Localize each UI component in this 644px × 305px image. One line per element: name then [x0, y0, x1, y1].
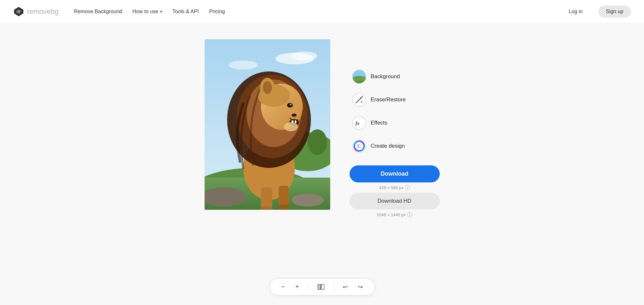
effects-label: Effects	[371, 120, 388, 126]
redo-button[interactable]: ↪	[355, 282, 365, 292]
background-tool-icon	[352, 69, 366, 84]
lion-illustration	[205, 39, 330, 210]
image-area	[205, 39, 330, 210]
logo-icon	[13, 6, 24, 17]
svg-point-26	[284, 122, 298, 131]
svg-point-28	[263, 81, 272, 94]
svg-point-6	[229, 60, 258, 69]
download-hd-button[interactable]: Download HD	[350, 193, 440, 209]
svg-rect-49	[321, 284, 324, 290]
login-button[interactable]: Log in	[563, 6, 588, 17]
background-label: Background	[371, 73, 400, 80]
svg-rect-48	[318, 284, 321, 290]
svg-point-5	[292, 51, 317, 60]
sidebar: Background Erase/Restore	[350, 39, 440, 217]
download-area: Download 426 × 586 px i Download HD 1048…	[350, 165, 440, 217]
logo[interactable]: removebg	[13, 6, 59, 17]
svg-point-20	[290, 104, 292, 106]
tool-erase-restore[interactable]: Erase/Restore	[350, 88, 440, 111]
nav-remove-background[interactable]: Remove Background	[74, 9, 122, 14]
svg-rect-29	[261, 187, 272, 210]
svg-rect-25	[295, 120, 296, 123]
bottom-toolbar: − + ↩ ↪	[269, 278, 375, 295]
nav-pricing[interactable]: Pricing	[209, 9, 225, 14]
svg-point-12	[308, 129, 327, 155]
create-design-label: Create design	[371, 143, 405, 149]
tool-effects[interactable]: fx Effects	[350, 111, 440, 134]
undo-button[interactable]: ↩	[340, 282, 350, 292]
normal-dimension: 426 × 586 px i	[379, 185, 410, 190]
compare-icon	[317, 283, 324, 291]
svg-text:fx: fx	[355, 120, 360, 126]
svg-point-39	[360, 97, 362, 99]
svg-rect-30	[279, 186, 289, 207]
effects-tool-icon: fx	[352, 116, 366, 130]
nav-how-to-use[interactable]: How to use ▾	[132, 9, 162, 14]
create-design-tool-icon: C	[352, 139, 366, 153]
logo-text: removebg	[27, 7, 59, 16]
tool-background[interactable]: Background	[350, 65, 440, 88]
main-content: Background Erase/Restore	[0, 23, 644, 305]
hd-dimension: 1048 × 1440 px i	[377, 212, 412, 217]
nav-tools-api[interactable]: Tools & API	[172, 9, 199, 14]
toolbar-divider-2	[333, 282, 334, 291]
svg-point-22	[292, 114, 297, 117]
normal-info-icon[interactable]: i	[405, 185, 410, 190]
zoom-out-button[interactable]: −	[279, 282, 288, 292]
zoom-in-button[interactable]: +	[293, 282, 302, 292]
download-button[interactable]: Download	[350, 165, 440, 182]
hd-info-icon[interactable]: i	[407, 212, 412, 217]
compare-view-button[interactable]	[315, 282, 327, 292]
navbar: removebg Remove Background How to use ▾ …	[0, 0, 644, 23]
svg-text:C: C	[357, 143, 361, 149]
erase-restore-tool-icon	[352, 93, 366, 107]
tool-create-design[interactable]: C Create design	[350, 134, 440, 158]
signup-button[interactable]: Sign up	[598, 5, 631, 18]
lion-image	[205, 39, 330, 210]
chevron-down-icon: ▾	[160, 9, 162, 14]
svg-point-35	[352, 76, 366, 81]
erase-restore-label: Erase/Restore	[371, 97, 406, 103]
toolbar-divider-1	[308, 282, 308, 291]
svg-point-10	[292, 194, 324, 207]
